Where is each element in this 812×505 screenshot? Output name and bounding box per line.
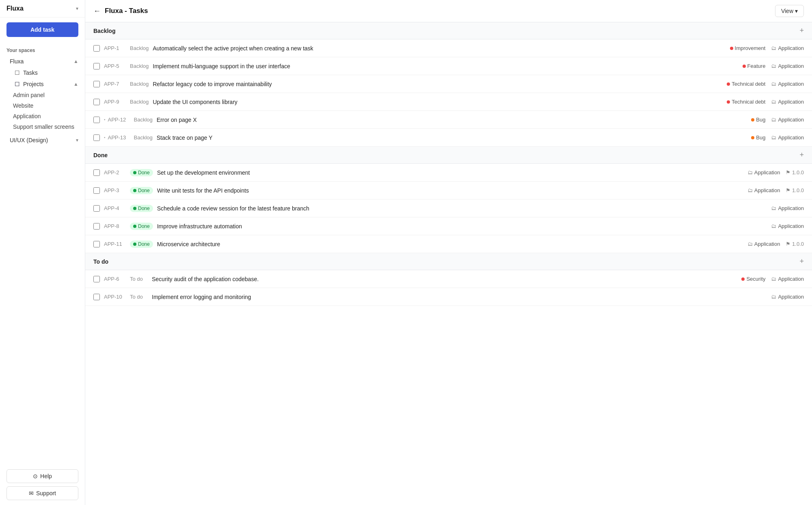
support-label: Support [36, 490, 56, 496]
sidebar-item-website[interactable]: Website [6, 100, 85, 111]
tasks-icon: ☐ [15, 69, 20, 76]
task-title: Stack trace on page Y [157, 134, 747, 141]
main-content: ← Fluxa - Tasks View ▾ Backlog + APP-1 B… [85, 0, 812, 505]
table-row: APP-7 Backlog Refactor legacy code to im… [85, 75, 812, 93]
task-meta: 🗂 Application [771, 205, 804, 211]
table-row: • APP-12 Backlog Error on page X Bug 🗂 A… [85, 111, 812, 129]
task-project: 🗂 Application [771, 205, 804, 211]
task-meta: Technical debt 🗂 Application [727, 99, 804, 105]
task-checkbox[interactable] [93, 294, 100, 300]
task-title: Update the UI components library [153, 99, 723, 105]
projects-label: Projects [23, 81, 44, 87]
chevron-down-icon[interactable]: ▾ [76, 6, 78, 11]
help-button[interactable]: ⊙ Help [6, 469, 78, 483]
task-status: To do [130, 276, 148, 282]
section-done-add-button[interactable]: + [799, 151, 804, 159]
task-checkbox[interactable] [93, 187, 100, 194]
sidebar-item-fluxa[interactable]: Fluxa ▲ [0, 56, 85, 67]
project-icon: 🗂 [771, 223, 776, 229]
task-meta: 🗂 Application ⚑ 1.0.0 [747, 187, 804, 193]
task-meta: Feature 🗂 Application [743, 63, 804, 69]
sidebar-header: Fluxa ▾ [0, 0, 85, 17]
task-tag: Feature [743, 63, 766, 69]
task-status: Backlog [130, 81, 149, 87]
task-id: APP-12 [108, 117, 130, 123]
task-title: Implement error logging and monitoring [152, 294, 767, 300]
table-row: APP-11 Done Microservice architecture 🗂 … [85, 235, 812, 253]
fluxa-chevron-icon: ▲ [73, 59, 78, 64]
view-chevron-icon: ▾ [795, 8, 798, 14]
view-button[interactable]: View ▾ [775, 5, 804, 17]
task-checkbox[interactable] [93, 205, 100, 212]
task-project: 🗂 Application [747, 241, 780, 247]
page-title: Fluxa - Tasks [105, 7, 148, 15]
task-id: APP-4 [104, 205, 126, 211]
status-badge-done: Done [130, 169, 153, 176]
section-backlog-add-button[interactable]: + [799, 26, 804, 35]
task-status: Backlog [134, 117, 153, 123]
section-todo-add-button[interactable]: + [799, 257, 804, 266]
table-row: APP-6 To do Security audit of the applic… [85, 270, 812, 288]
task-title: Write unit tests for the API endpoints [157, 187, 743, 194]
table-row: APP-5 Backlog Implement multi-language s… [85, 57, 812, 75]
task-project: 🗂 Application [771, 117, 804, 123]
section-todo-title: To do [93, 258, 108, 265]
task-tag: Technical debt [727, 99, 765, 105]
sidebar-item-admin-panel[interactable]: Admin panel [6, 90, 85, 100]
task-checkbox[interactable] [93, 63, 100, 69]
add-task-button[interactable]: Add task [6, 22, 78, 37]
task-checkbox[interactable] [93, 241, 100, 247]
table-row: APP-3 Done Write unit tests for the API … [85, 182, 812, 199]
task-project: 🗂 Application [747, 169, 780, 176]
sidebar-item-uiux[interactable]: UI/UX (Design) ▾ [0, 134, 85, 146]
task-checkbox[interactable] [93, 45, 100, 52]
task-checkbox[interactable] [93, 117, 100, 123]
task-meta: 🗂 Application [771, 294, 804, 300]
task-meta: Security 🗂 Application [741, 276, 804, 282]
task-id: APP-11 [104, 241, 126, 247]
tag-dot [741, 277, 745, 281]
project-icon: 🗂 [771, 45, 776, 51]
table-row: • APP-13 Backlog Stack trace on page Y B… [85, 129, 812, 147]
task-status: Backlog [130, 99, 149, 105]
task-id: APP-1 [104, 45, 126, 51]
table-row: APP-8 Done Improve infrastructure automa… [85, 217, 812, 235]
task-title: Refactor legacy code to improve maintain… [153, 81, 723, 87]
task-meta: 🗂 Application ⚑ 1.0.0 [747, 241, 804, 247]
task-checkbox[interactable] [93, 81, 100, 87]
task-id: APP-8 [104, 223, 126, 229]
task-status: Backlog [134, 134, 153, 141]
section-backlog-title: Backlog [93, 28, 115, 34]
task-title: Improve infrastructure automation [157, 223, 767, 230]
project-icon: 🗂 [771, 294, 776, 300]
done-dot [133, 243, 136, 246]
tag-dot [730, 47, 733, 50]
tag-dot [743, 65, 746, 68]
table-row: APP-9 Backlog Update the UI components l… [85, 93, 812, 111]
sidebar-item-application[interactable]: Application [6, 111, 85, 121]
back-button[interactable]: ← [93, 7, 101, 15]
help-label: Help [40, 473, 52, 479]
projects-icon: ☐ [15, 81, 20, 87]
sidebar-item-tasks[interactable]: ☐ Tasks [0, 67, 85, 78]
projects-sub-items: Admin panel Website Application Support … [0, 90, 85, 132]
task-checkbox[interactable] [93, 134, 100, 141]
sidebar-bottom: ⊙ Help ✉ Support [0, 464, 85, 505]
tag-dot [727, 100, 730, 104]
task-project: 🗂 Application [771, 99, 804, 105]
support-button[interactable]: ✉ Support [6, 486, 78, 500]
sidebar-item-projects[interactable]: ☐ Projects ▲ [0, 78, 85, 90]
task-checkbox[interactable] [93, 169, 100, 176]
task-checkbox[interactable] [93, 223, 100, 230]
tag-dot [751, 118, 754, 121]
project-icon: 🗂 [771, 134, 776, 141]
task-tag: Bug [751, 117, 765, 123]
task-project: 🗂 Application [771, 81, 804, 87]
task-meta: Technical debt 🗂 Application [727, 81, 804, 87]
sidebar-item-support-smaller-screens[interactable]: Support smaller screens [6, 121, 85, 132]
projects-chevron-icon: ▲ [73, 81, 78, 87]
task-project: 🗂 Application [771, 45, 804, 51]
task-checkbox[interactable] [93, 276, 100, 282]
uiux-label: UI/UX (Design) [10, 137, 48, 143]
task-checkbox[interactable] [93, 99, 100, 105]
